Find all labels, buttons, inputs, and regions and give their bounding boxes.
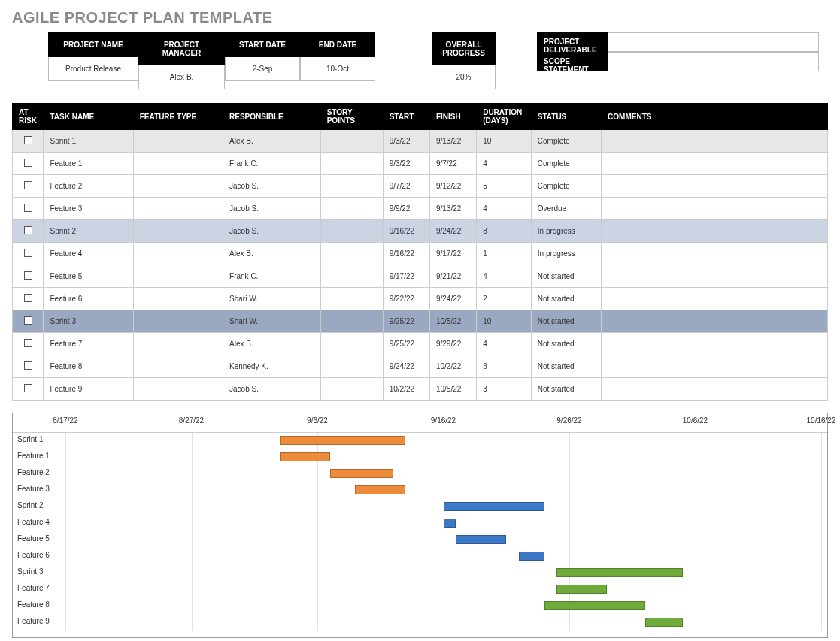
cell-task[interactable]: Feature 9 [44, 378, 133, 401]
cell-comments[interactable] [602, 220, 828, 243]
cell-start[interactable]: 9/24/22 [383, 355, 429, 378]
cell-status[interactable]: Complete [531, 153, 601, 175]
cell-points[interactable] [320, 378, 383, 401]
cell-responsible[interactable]: Shari W. [223, 310, 321, 333]
cell-comments[interactable] [602, 175, 828, 198]
cell-points[interactable] [320, 198, 383, 220]
cell-feature_type[interactable] [133, 378, 223, 401]
cell-duration[interactable]: 8 [477, 220, 532, 243]
cell-status[interactable]: In progress [531, 220, 601, 243]
cell-task[interactable]: Sprint 2 [44, 220, 133, 243]
cell-status[interactable]: Not started [531, 378, 601, 401]
cell-comments[interactable] [602, 130, 828, 153]
at-risk-checkbox[interactable] [24, 271, 32, 280]
cell-status[interactable]: In progress [531, 243, 601, 265]
cell-start[interactable]: 9/7/22 [383, 175, 429, 198]
at-risk-checkbox[interactable] [24, 181, 32, 189]
cell-duration[interactable]: 8 [477, 355, 532, 378]
cell-task[interactable]: Feature 5 [44, 265, 133, 288]
cell-duration[interactable]: 10 [477, 310, 532, 333]
cell-feature_type[interactable] [133, 243, 223, 265]
cell-responsible[interactable]: Jacob S. [223, 198, 321, 220]
cell-comments[interactable] [602, 288, 828, 310]
cell-start[interactable]: 9/25/22 [383, 333, 429, 355]
cell-points[interactable] [320, 288, 383, 310]
cell-points[interactable] [320, 355, 383, 378]
cell-feature_type[interactable] [133, 198, 223, 220]
cell-feature_type[interactable] [133, 153, 223, 175]
cell-finish[interactable]: 9/13/22 [429, 198, 476, 220]
at-risk-checkbox[interactable] [24, 361, 32, 370]
cell-points[interactable] [320, 310, 383, 333]
cell-points[interactable] [320, 220, 383, 243]
cell-task[interactable]: Feature 6 [44, 288, 133, 310]
cell-status[interactable]: Not started [531, 333, 601, 355]
cell-finish[interactable]: 10/2/22 [429, 355, 476, 378]
cell-finish[interactable]: 9/12/22 [429, 175, 476, 198]
cell-comments[interactable] [602, 198, 828, 220]
cell-task[interactable]: Feature 2 [44, 175, 133, 198]
header-col-value[interactable]: Product Release [48, 57, 138, 81]
cell-duration[interactable]: 5 [477, 175, 532, 198]
cell-feature_type[interactable] [133, 288, 223, 310]
at-risk-checkbox[interactable] [24, 204, 32, 212]
cell-task[interactable]: Feature 7 [44, 333, 133, 355]
cell-task[interactable]: Feature 4 [44, 243, 133, 265]
cell-points[interactable] [320, 130, 383, 153]
cell-points[interactable] [320, 265, 383, 288]
cell-finish[interactable]: 9/24/22 [429, 288, 476, 310]
cell-feature_type[interactable] [133, 265, 223, 288]
cell-points[interactable] [320, 175, 383, 198]
cell-comments[interactable] [602, 355, 828, 378]
cell-duration[interactable]: 3 [477, 378, 532, 401]
cell-duration[interactable]: 4 [477, 333, 532, 355]
cell-responsible[interactable]: Jacob S. [223, 220, 321, 243]
cell-duration[interactable]: 1 [477, 243, 532, 265]
side-value[interactable] [608, 52, 819, 71]
header-col-value[interactable]: 2-Sep [225, 57, 300, 81]
cell-comments[interactable] [602, 333, 828, 355]
cell-responsible[interactable]: Alex B. [223, 333, 321, 355]
cell-responsible[interactable]: Jacob S. [223, 175, 321, 198]
cell-finish[interactable]: 9/29/22 [429, 333, 476, 355]
cell-status[interactable]: Not started [531, 265, 601, 288]
cell-comments[interactable] [602, 265, 828, 288]
cell-status[interactable]: Not started [531, 355, 601, 378]
cell-responsible[interactable]: Shari W. [223, 288, 321, 310]
cell-task[interactable]: Feature 8 [44, 355, 133, 378]
cell-responsible[interactable]: Alex B. [223, 130, 321, 153]
cell-feature_type[interactable] [133, 333, 223, 355]
cell-comments[interactable] [602, 310, 828, 333]
cell-start[interactable]: 10/2/22 [383, 378, 429, 401]
cell-task[interactable]: Feature 3 [44, 198, 133, 220]
cell-responsible[interactable]: Alex B. [223, 243, 321, 265]
cell-finish[interactable]: 10/5/22 [429, 378, 476, 401]
at-risk-checkbox[interactable] [24, 294, 32, 302]
cell-feature_type[interactable] [133, 310, 223, 333]
at-risk-checkbox[interactable] [24, 249, 32, 257]
cell-status[interactable]: Not started [531, 310, 601, 333]
cell-start[interactable]: 9/22/22 [383, 288, 429, 310]
cell-feature_type[interactable] [133, 355, 223, 378]
cell-finish[interactable]: 9/13/22 [429, 130, 476, 153]
cell-duration[interactable]: 2 [477, 288, 532, 310]
cell-start[interactable]: 9/16/22 [383, 243, 429, 265]
cell-duration[interactable]: 4 [477, 153, 532, 175]
cell-comments[interactable] [602, 153, 828, 175]
cell-feature_type[interactable] [133, 220, 223, 243]
cell-responsible[interactable]: Jacob S. [223, 378, 321, 401]
cell-start[interactable]: 9/3/22 [383, 153, 429, 175]
at-risk-checkbox[interactable] [24, 136, 32, 144]
cell-duration[interactable]: 4 [477, 198, 532, 220]
cell-finish[interactable]: 9/7/22 [429, 153, 476, 175]
at-risk-checkbox[interactable] [24, 384, 32, 392]
header-col-value[interactable]: 10-Oct [300, 57, 375, 81]
cell-comments[interactable] [602, 243, 828, 265]
cell-finish[interactable]: 9/17/22 [429, 243, 476, 265]
cell-start[interactable]: 9/17/22 [383, 265, 429, 288]
cell-responsible[interactable]: Kennedy K. [223, 355, 321, 378]
cell-finish[interactable]: 9/21/22 [429, 265, 476, 288]
side-value[interactable] [608, 32, 819, 52]
cell-responsible[interactable]: Frank C. [223, 153, 321, 175]
cell-task[interactable]: Feature 1 [44, 153, 133, 175]
